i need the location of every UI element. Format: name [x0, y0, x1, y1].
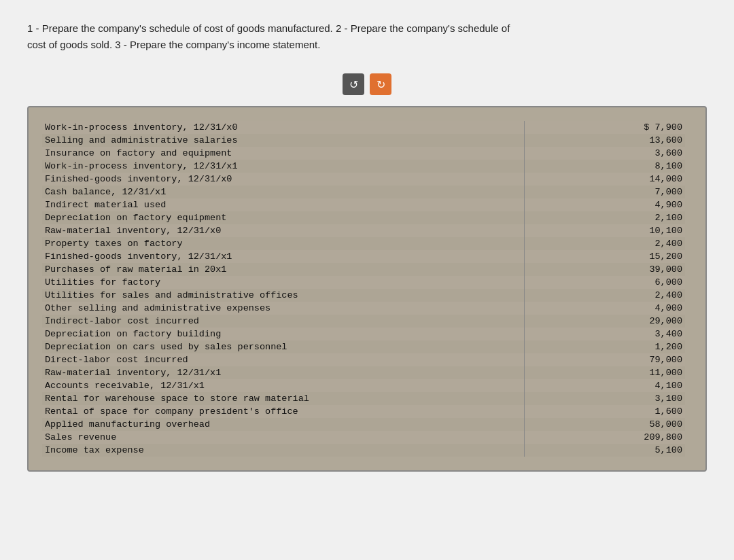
row-value: 13,600 — [525, 134, 686, 147]
row-value: 79,000 — [525, 353, 686, 366]
table-row: Raw-material inventory, 12/31/x111,000 — [42, 366, 685, 379]
table-row: Work-in-process inventory, 12/31/x18,100 — [42, 160, 685, 173]
row-value: 3,400 — [525, 328, 686, 340]
intro-line1: 1 - Prepare the company's schedule of co… — [27, 20, 707, 37]
row-label: Selling and administrative salaries — [42, 134, 525, 147]
row-value: 2,400 — [525, 237, 686, 250]
row-value: 1,200 — [525, 340, 686, 353]
row-value: 5,100 — [525, 444, 686, 457]
table-row: Finished-goods inventory, 12/31/x014,000 — [42, 173, 685, 186]
row-label: Accounts receivable, 12/31/x1 — [42, 379, 525, 392]
table-row: Utilities for factory6,000 — [42, 276, 685, 289]
row-label: Utilities for sales and administrative o… — [42, 289, 525, 302]
row-label: Rental of space for company president's … — [42, 405, 525, 418]
toolbar: ↺ ↻ — [27, 73, 707, 95]
row-label: Utilities for factory — [42, 276, 525, 289]
row-value: 1,600 — [525, 405, 686, 418]
row-value: 11,000 — [525, 366, 686, 379]
table-row: Direct-labor cost incurred79,000 — [42, 353, 685, 366]
row-value: 29,000 — [525, 315, 686, 328]
row-value: 4,000 — [525, 302, 686, 315]
row-label: Property taxes on factory — [42, 237, 525, 250]
row-value: 2,100 — [525, 211, 686, 224]
table-row: Accounts receivable, 12/31/x14,100 — [42, 379, 685, 392]
row-value: 14,000 — [525, 173, 686, 186]
row-value: $ 7,900 — [525, 121, 686, 134]
row-label: Insurance on factory and equipment — [42, 147, 525, 160]
table-row: Finished-goods inventory, 12/31/x115,200 — [42, 250, 685, 263]
row-value: 8,100 — [525, 160, 686, 173]
row-label: Sales revenue — [42, 431, 525, 444]
row-label: Raw-material inventory, 12/31/x1 — [42, 366, 525, 379]
row-label: Finished-goods inventory, 12/31/x1 — [42, 250, 525, 263]
table-row: Rental of space for company president's … — [42, 405, 685, 418]
intro-text: 1 - Prepare the company's schedule of co… — [27, 20, 707, 53]
table-row: Depreciation on factory building3,400 — [42, 328, 685, 340]
row-value: 4,900 — [525, 198, 686, 211]
row-label: Indirect-labor cost incurred — [42, 315, 525, 328]
row-value: 2,400 — [525, 289, 686, 302]
row-label: Work-in-process inventory, 12/31/x0 — [42, 121, 525, 134]
table-row: Utilities for sales and administrative o… — [42, 289, 685, 302]
row-label: Applied manufacturing overhead — [42, 418, 525, 431]
table-row: Insurance on factory and equipment3,600 — [42, 147, 685, 160]
row-label: Depreciation on factory building — [42, 328, 525, 340]
table-row: Depreciation on factory equipment2,100 — [42, 211, 685, 224]
data-table: Work-in-process inventory, 12/31/x0$ 7,9… — [42, 121, 685, 457]
row-label: Cash balance, 12/31/x1 — [42, 186, 525, 198]
row-label: Depreciation on cars used by sales perso… — [42, 340, 525, 353]
table-row: Depreciation on cars used by sales perso… — [42, 340, 685, 353]
row-value: 209,800 — [525, 431, 686, 444]
table-row: Selling and administrative salaries13,60… — [42, 134, 685, 147]
row-label: Finished-goods inventory, 12/31/x0 — [42, 173, 525, 186]
row-label: Other selling and administrative expense… — [42, 302, 525, 315]
row-label: Rental for warehouse space to store raw … — [42, 392, 525, 405]
table-row: Rental for warehouse space to store raw … — [42, 392, 685, 405]
table-row: Sales revenue209,800 — [42, 431, 685, 444]
row-value: 10,100 — [525, 224, 686, 237]
table-row: Indirect-labor cost incurred29,000 — [42, 315, 685, 328]
row-value: 15,200 — [525, 250, 686, 263]
row-value: 6,000 — [525, 276, 686, 289]
row-value: 4,100 — [525, 379, 686, 392]
table-row: Property taxes on factory2,400 — [42, 237, 685, 250]
row-label: Raw-material inventory, 12/31/x0 — [42, 224, 525, 237]
row-label: Direct-labor cost incurred — [42, 353, 525, 366]
table-row: Purchases of raw material in 20x139,000 — [42, 263, 685, 276]
redo-button[interactable]: ↻ — [370, 73, 391, 95]
row-value: 3,600 — [525, 147, 686, 160]
table-row: Other selling and administrative expense… — [42, 302, 685, 315]
table-container: Work-in-process inventory, 12/31/x0$ 7,9… — [27, 106, 707, 472]
undo-button[interactable]: ↺ — [343, 73, 364, 95]
row-value: 58,000 — [525, 418, 686, 431]
row-label: Purchases of raw material in 20x1 — [42, 263, 525, 276]
row-value: 39,000 — [525, 263, 686, 276]
intro-line2: cost of goods sold. 3 - Prepare the comp… — [27, 37, 707, 53]
table-row: Raw-material inventory, 12/31/x010,100 — [42, 224, 685, 237]
table-row: Income tax expense5,100 — [42, 444, 685, 457]
table-row: Work-in-process inventory, 12/31/x0$ 7,9… — [42, 121, 685, 134]
row-label: Work-in-process inventory, 12/31/x1 — [42, 160, 525, 173]
table-row: Applied manufacturing overhead58,000 — [42, 418, 685, 431]
row-value: 7,000 — [525, 186, 686, 198]
row-value: 3,100 — [525, 392, 686, 405]
row-label: Depreciation on factory equipment — [42, 211, 525, 224]
row-label: Indirect material used — [42, 198, 525, 211]
table-row: Indirect material used4,900 — [42, 198, 685, 211]
row-label: Income tax expense — [42, 444, 525, 457]
table-row: Cash balance, 12/31/x17,000 — [42, 186, 685, 198]
